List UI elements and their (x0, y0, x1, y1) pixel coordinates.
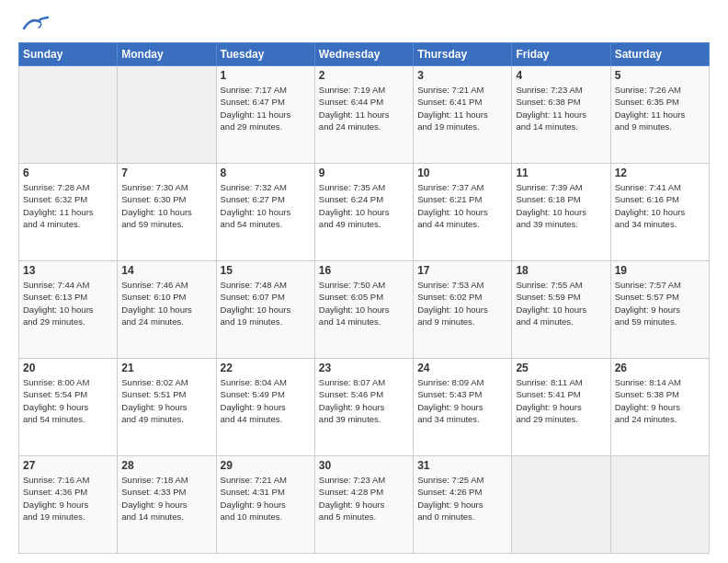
day-info: Sunrise: 7:23 AM Sunset: 4:28 PM Dayligh… (319, 474, 409, 523)
day-number: 27 (23, 459, 113, 472)
day-number: 23 (319, 362, 409, 374)
day-info: Sunrise: 8:09 AM Sunset: 5:43 PM Dayligh… (417, 376, 507, 425)
calendar-table: SundayMondayTuesdayWednesdayThursdayFrid… (18, 42, 710, 554)
calendar-cell: 14Sunrise: 7:46 AM Sunset: 6:10 PM Dayli… (118, 261, 216, 359)
calendar-cell: 30Sunrise: 7:23 AM Sunset: 4:28 PM Dayli… (314, 456, 413, 554)
calendar-cell: 5Sunrise: 7:26 AM Sunset: 6:35 PM Daylig… (610, 66, 709, 164)
calendar-cell: 7Sunrise: 7:30 AM Sunset: 6:30 PM Daylig… (118, 164, 216, 261)
day-number: 9 (319, 167, 409, 179)
calendar-day-header: Wednesday (314, 43, 413, 66)
calendar-day-header: Tuesday (216, 43, 314, 66)
day-number: 31 (417, 459, 507, 472)
calendar-cell: 19Sunrise: 7:57 AM Sunset: 5:57 PM Dayli… (610, 261, 709, 359)
day-number: 3 (417, 69, 507, 82)
calendar-cell (19, 66, 118, 164)
calendar-cell: 29Sunrise: 7:21 AM Sunset: 4:31 PM Dayli… (216, 456, 314, 554)
calendar-day-header: Monday (118, 43, 216, 66)
day-info: Sunrise: 7:57 AM Sunset: 5:57 PM Dayligh… (615, 279, 705, 327)
day-info: Sunrise: 7:18 AM Sunset: 4:33 PM Dayligh… (121, 474, 211, 523)
calendar-cell: 24Sunrise: 8:09 AM Sunset: 5:43 PM Dayli… (414, 359, 512, 456)
calendar-week-row: 27Sunrise: 7:16 AM Sunset: 4:36 PM Dayli… (19, 456, 710, 554)
day-info: Sunrise: 8:02 AM Sunset: 5:51 PM Dayligh… (121, 376, 211, 425)
day-info: Sunrise: 7:35 AM Sunset: 6:24 PM Dayligh… (319, 181, 409, 230)
day-info: Sunrise: 7:50 AM Sunset: 6:05 PM Dayligh… (319, 279, 409, 327)
calendar-day-header: Thursday (414, 43, 512, 66)
day-info: Sunrise: 7:25 AM Sunset: 4:26 PM Dayligh… (417, 474, 507, 523)
calendar-cell: 12Sunrise: 7:41 AM Sunset: 6:16 PM Dayli… (610, 164, 709, 261)
calendar-cell: 21Sunrise: 8:02 AM Sunset: 5:51 PM Dayli… (118, 359, 216, 456)
day-info: Sunrise: 7:53 AM Sunset: 6:02 PM Dayligh… (417, 279, 507, 327)
day-number: 22 (221, 362, 311, 374)
day-number: 26 (615, 362, 705, 374)
calendar-cell: 16Sunrise: 7:50 AM Sunset: 6:05 PM Dayli… (314, 261, 413, 359)
day-info: Sunrise: 7:44 AM Sunset: 6:13 PM Dayligh… (23, 279, 113, 327)
day-number: 2 (319, 69, 409, 82)
day-info: Sunrise: 7:41 AM Sunset: 6:16 PM Dayligh… (615, 181, 705, 230)
calendar-cell: 15Sunrise: 7:48 AM Sunset: 6:07 PM Dayli… (216, 261, 314, 359)
calendar-day-header: Saturday (610, 43, 709, 66)
day-info: Sunrise: 7:26 AM Sunset: 6:35 PM Dayligh… (615, 84, 705, 132)
day-number: 15 (221, 264, 311, 277)
calendar-cell: 10Sunrise: 7:37 AM Sunset: 6:21 PM Dayli… (414, 164, 512, 261)
calendar-cell (610, 456, 709, 554)
calendar-day-header: Sunday (19, 43, 118, 66)
day-info: Sunrise: 8:11 AM Sunset: 5:41 PM Dayligh… (516, 376, 606, 425)
day-number: 17 (417, 264, 507, 277)
calendar-cell: 17Sunrise: 7:53 AM Sunset: 6:02 PM Dayli… (414, 261, 512, 359)
calendar-cell: 23Sunrise: 8:07 AM Sunset: 5:46 PM Dayli… (314, 359, 413, 456)
day-number: 30 (319, 459, 409, 472)
calendar-week-row: 20Sunrise: 8:00 AM Sunset: 5:54 PM Dayli… (19, 359, 710, 456)
day-info: Sunrise: 7:21 AM Sunset: 4:31 PM Dayligh… (221, 474, 311, 523)
calendar-cell: 31Sunrise: 7:25 AM Sunset: 4:26 PM Dayli… (414, 456, 512, 554)
day-number: 11 (516, 167, 606, 179)
day-info: Sunrise: 7:46 AM Sunset: 6:10 PM Dayligh… (121, 279, 211, 327)
day-info: Sunrise: 8:14 AM Sunset: 5:38 PM Dayligh… (615, 376, 705, 425)
calendar-header-row: SundayMondayTuesdayWednesdayThursdayFrid… (19, 43, 710, 66)
calendar-cell: 25Sunrise: 8:11 AM Sunset: 5:41 PM Dayli… (512, 359, 610, 456)
day-info: Sunrise: 8:07 AM Sunset: 5:46 PM Dayligh… (319, 376, 409, 425)
day-number: 21 (121, 362, 211, 374)
day-info: Sunrise: 7:48 AM Sunset: 6:07 PM Dayligh… (221, 279, 311, 327)
day-info: Sunrise: 7:16 AM Sunset: 4:36 PM Dayligh… (23, 474, 113, 523)
calendar-cell: 26Sunrise: 8:14 AM Sunset: 5:38 PM Dayli… (610, 359, 709, 456)
calendar-week-row: 1Sunrise: 7:17 AM Sunset: 6:47 PM Daylig… (19, 66, 710, 164)
day-number: 20 (23, 362, 113, 374)
calendar-week-row: 6Sunrise: 7:28 AM Sunset: 6:32 PM Daylig… (19, 164, 710, 261)
day-number: 8 (221, 167, 311, 179)
day-info: Sunrise: 7:17 AM Sunset: 6:47 PM Dayligh… (221, 84, 311, 132)
page: SundayMondayTuesdayWednesdayThursdayFrid… (0, 0, 728, 563)
logo (18, 15, 50, 33)
calendar-cell: 6Sunrise: 7:28 AM Sunset: 6:32 PM Daylig… (19, 164, 118, 261)
day-number: 19 (615, 264, 705, 277)
day-number: 28 (121, 459, 211, 472)
calendar-cell: 9Sunrise: 7:35 AM Sunset: 6:24 PM Daylig… (314, 164, 413, 261)
day-info: Sunrise: 7:55 AM Sunset: 5:59 PM Dayligh… (516, 279, 606, 327)
calendar-cell: 28Sunrise: 7:18 AM Sunset: 4:33 PM Dayli… (118, 456, 216, 554)
day-number: 13 (23, 264, 113, 277)
day-number: 18 (516, 264, 606, 277)
calendar-cell: 22Sunrise: 8:04 AM Sunset: 5:49 PM Dayli… (216, 359, 314, 456)
day-number: 12 (615, 167, 705, 179)
day-info: Sunrise: 8:04 AM Sunset: 5:49 PM Dayligh… (221, 376, 311, 425)
day-info: Sunrise: 7:37 AM Sunset: 6:21 PM Dayligh… (417, 181, 507, 230)
day-info: Sunrise: 7:30 AM Sunset: 6:30 PM Dayligh… (121, 181, 211, 230)
day-number: 5 (615, 69, 705, 82)
calendar-day-header: Friday (512, 43, 610, 66)
day-number: 14 (121, 264, 211, 277)
calendar-cell: 4Sunrise: 7:23 AM Sunset: 6:38 PM Daylig… (512, 66, 610, 164)
day-number: 24 (417, 362, 507, 374)
calendar-cell: 1Sunrise: 7:17 AM Sunset: 6:47 PM Daylig… (216, 66, 314, 164)
calendar-cell (512, 456, 610, 554)
calendar-cell: 8Sunrise: 7:32 AM Sunset: 6:27 PM Daylig… (216, 164, 314, 261)
calendar-cell: 18Sunrise: 7:55 AM Sunset: 5:59 PM Dayli… (512, 261, 610, 359)
header (18, 15, 710, 33)
calendar-cell: 20Sunrise: 8:00 AM Sunset: 5:54 PM Dayli… (19, 359, 118, 456)
day-info: Sunrise: 7:39 AM Sunset: 6:18 PM Dayligh… (516, 181, 606, 230)
calendar-cell (118, 66, 216, 164)
day-number: 16 (319, 264, 409, 277)
day-number: 25 (516, 362, 606, 374)
calendar-cell: 2Sunrise: 7:19 AM Sunset: 6:44 PM Daylig… (314, 66, 413, 164)
calendar-week-row: 13Sunrise: 7:44 AM Sunset: 6:13 PM Dayli… (19, 261, 710, 359)
day-number: 10 (417, 167, 507, 179)
day-info: Sunrise: 8:00 AM Sunset: 5:54 PM Dayligh… (23, 376, 113, 425)
